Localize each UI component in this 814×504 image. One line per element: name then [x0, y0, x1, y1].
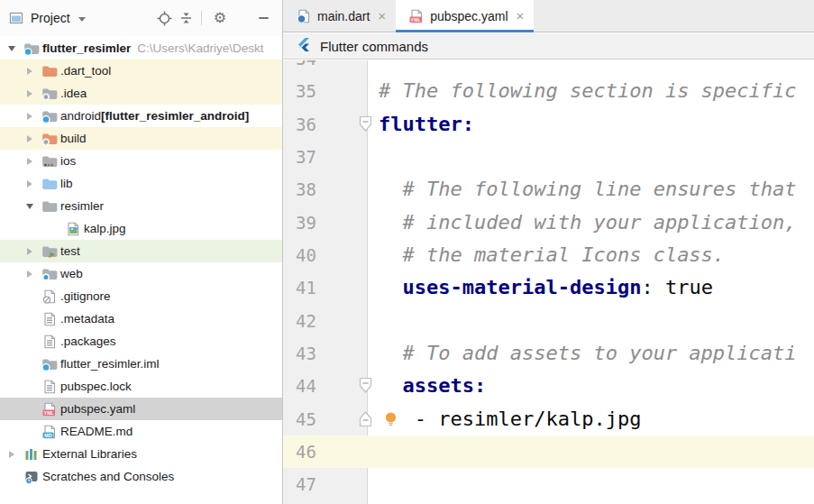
tree-item-label: pubspec.yaml: [60, 402, 135, 416]
editor-line-43[interactable]: 43 # To add assets to your applicati: [283, 337, 814, 370]
tree-item-label: .metadata: [60, 312, 114, 325]
tree-item-flutter-resimler-iml[interactable]: flutter_resimler.iml: [0, 353, 282, 375]
code-line-text: # To add assets to your applicati: [379, 337, 814, 370]
line-number: 36: [283, 108, 316, 141]
tree-item-label: .dart_tool: [60, 64, 111, 78]
editor-line-34[interactable]: 34: [283, 60, 814, 75]
settings-gear-icon[interactable]: ⚙︎: [212, 10, 228, 26]
tree-item-build[interactable]: build: [0, 127, 282, 150]
expand-arrow-icon[interactable]: [20, 135, 40, 142]
folder-module-icon: [40, 109, 59, 124]
tree-item-label: flutter_resimler.iml: [60, 357, 160, 371]
fold-marker-icon[interactable]: [359, 410, 372, 427]
tree-item-label: README.md: [60, 425, 133, 438]
tree-item-ios[interactable]: ios: [0, 150, 282, 172]
flutter-commands-label[interactable]: Flutter commands: [320, 39, 428, 54]
tree-item-kalp-jpg[interactable]: kalp.jpg: [0, 217, 282, 240]
expand-arrow-icon[interactable]: [20, 270, 40, 278]
editor-line-42[interactable]: 42: [283, 305, 814, 337]
hide-panel-icon[interactable]: [255, 10, 271, 26]
tree-item-label: ios: [60, 154, 76, 168]
flutter-folder-icon: [22, 41, 41, 56]
tree-item-label: Scratches and Consoles: [42, 470, 174, 483]
editor-line-44[interactable]: 44 assets:: [283, 370, 814, 402]
tree-item-gitignore[interactable]: .gitignore: [0, 285, 282, 307]
folder-plain-icon: [40, 199, 59, 214]
editor-line-37[interactable]: 37: [283, 141, 814, 173]
tree-item-metadata[interactable]: .metadata: [0, 307, 282, 330]
folder-build-icon: [40, 132, 59, 146]
line-number: 46: [283, 435, 316, 468]
editor-line-41[interactable]: 41 uses-material-design: true: [283, 271, 814, 304]
tree-item-label: .idea: [60, 87, 87, 100]
tree-item-label: web: [60, 267, 83, 280]
project-panel-title[interactable]: Project: [31, 11, 70, 25]
editor-tab-bar: main.dart×YMLpubspec.yaml×: [283, 0, 814, 32]
project-tool-window-icon[interactable]: [8, 10, 24, 26]
editor-line-45[interactable]: 45 - resimler/kalp.jpg: [283, 403, 814, 435]
close-icon[interactable]: ×: [517, 8, 525, 23]
expand-arrow-icon[interactable]: [20, 248, 40, 255]
expand-arrow-icon[interactable]: [20, 180, 40, 188]
tree-item-test[interactable]: test: [0, 240, 282, 262]
tree-item-web[interactable]: web: [0, 262, 282, 285]
file-ignored-icon: [40, 289, 59, 304]
editor-line-39[interactable]: 39 # included with your application,: [283, 206, 814, 239]
tree-item-android[interactable]: android [flutter_resimler_android]: [0, 105, 282, 127]
editor-line-36[interactable]: 36flutter:: [283, 108, 814, 141]
code-line-text: # The following section is specific: [379, 75, 814, 107]
fold-marker-icon[interactable]: [359, 115, 372, 133]
editor-line-40[interactable]: 40 # the material Icons class.: [283, 239, 814, 271]
line-number: 38: [283, 173, 316, 206]
line-number: 42: [283, 305, 316, 337]
code-editor[interactable]: 3435# The following section is specific3…: [283, 60, 814, 504]
close-icon[interactable]: ×: [378, 8, 386, 23]
line-number: 34: [283, 60, 316, 75]
svg-text:MD: MD: [44, 432, 51, 437]
tree-item-label: flutter_resimler: [42, 41, 131, 55]
scratches-icon: [22, 470, 41, 484]
tree-item-label: lib: [60, 177, 73, 190]
ide-window: Project ⚙︎ flutter_resimlerC:\Users\Kadr…: [0, 0, 814, 504]
fold-marker-icon[interactable]: [359, 377, 372, 394]
collapse-all-icon[interactable]: [178, 10, 194, 26]
tree-item-pubspec-yaml[interactable]: YMLpubspec.yaml: [0, 398, 282, 420]
tree-item-dart-tool[interactable]: .dart_tool: [0, 60, 282, 82]
tab-main-dart[interactable]: main.dart×: [283, 0, 396, 32]
folder-web-icon: [40, 267, 59, 281]
line-number: 35: [283, 75, 316, 107]
module-suffix-label: [flutter_resimler_android]: [101, 109, 249, 123]
expand-arrow-icon[interactable]: [20, 158, 40, 165]
project-panel: Project ⚙︎ flutter_resimlerC:\Users\Kadr…: [0, 0, 282, 504]
editor-line-46[interactable]: 46: [283, 435, 814, 468]
tree-item-idea[interactable]: .idea: [0, 82, 282, 105]
tree-item-label: android: [60, 109, 101, 123]
tree-item-label: .packages: [60, 334, 116, 348]
project-tree: flutter_resimlerC:\Users\Kadriye\Deskt.d…: [0, 37, 282, 488]
tree-item-packages[interactable]: .packages: [0, 330, 282, 353]
expand-arrow-icon[interactable]: [20, 68, 40, 75]
editor-line-47[interactable]: 47: [283, 468, 814, 500]
editor-line-38[interactable]: 38 # The following line ensures that: [283, 173, 814, 206]
editor-line-35[interactable]: 35# The following section is specific: [283, 75, 814, 107]
line-number: 39: [283, 206, 316, 239]
tree-item-pubspec-lock[interactable]: pubspec.lock: [0, 375, 282, 398]
locate-icon[interactable]: [156, 10, 172, 26]
tree-item-scratches-and-consoles[interactable]: Scratches and Consoles: [0, 465, 282, 488]
collapse-arrow-icon[interactable]: [20, 204, 40, 209]
expand-arrow-icon[interactable]: [2, 451, 22, 458]
expand-arrow-icon[interactable]: [20, 90, 40, 97]
tab-pubspec-yaml[interactable]: YMLpubspec.yaml×: [396, 0, 534, 32]
expand-arrow-icon[interactable]: [20, 113, 40, 120]
editor-region: main.dart×YMLpubspec.yaml× Flutter comma…: [283, 0, 814, 504]
tree-item-flutter-resimler[interactable]: flutter_resimlerC:\Users\Kadriye\Deskt: [0, 37, 282, 60]
line-number: 40: [283, 239, 316, 271]
tree-item-external-libraries[interactable]: External Libraries: [0, 443, 282, 465]
chevron-down-icon[interactable]: [78, 17, 86, 22]
tree-item-lib[interactable]: lib: [0, 172, 282, 195]
tab-label: pubspec.yaml: [430, 9, 508, 23]
file-text-icon: [40, 380, 59, 394]
collapse-arrow-icon[interactable]: [2, 46, 22, 51]
tree-item-readme-md[interactable]: MDREADME.md: [0, 420, 282, 443]
tree-item-resimler[interactable]: resimler: [0, 195, 282, 217]
